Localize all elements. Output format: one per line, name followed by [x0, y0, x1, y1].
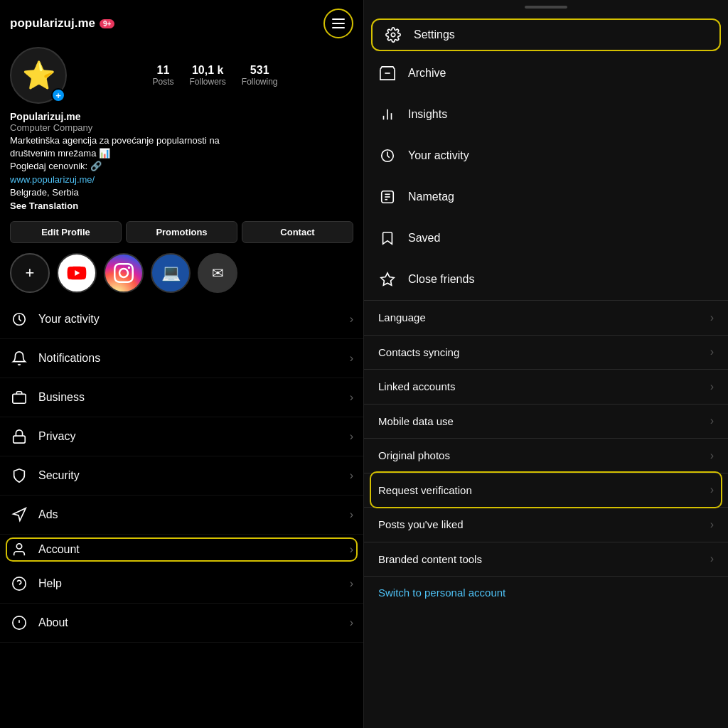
- chevron-icon: ›: [350, 352, 353, 365]
- menu-label-notifications: Notifications: [38, 352, 340, 365]
- blue-icon: 💻: [151, 253, 191, 293]
- close-friends-icon: [378, 270, 397, 289]
- right-menu-insights[interactable]: Insights: [364, 94, 728, 135]
- insights-label: Insights: [408, 108, 714, 121]
- edit-profile-button[interactable]: Edit Profile: [10, 221, 122, 243]
- following-count: 531: [250, 64, 269, 77]
- menu-label-security: Security: [38, 469, 340, 482]
- menu-item-about[interactable]: About ›: [0, 604, 363, 643]
- activity-clock-icon: [378, 146, 397, 165]
- youtube-highlight[interactable]: [57, 253, 97, 293]
- menu-item-account[interactable]: Account ›: [6, 537, 358, 562]
- svg-point-9: [391, 33, 395, 37]
- following-label: Following: [242, 77, 278, 87]
- see-translation[interactable]: See Translation: [10, 200, 353, 211]
- bio-line2: društvenim mrežama 📊: [10, 148, 110, 159]
- chevron-icon: ›: [350, 313, 353, 326]
- instagram-highlight[interactable]: [104, 253, 144, 293]
- linked-accounts-label: Linked accounts: [378, 380, 710, 392]
- add-highlight-item[interactable]: +: [10, 253, 50, 293]
- your-activity-label: Your activity: [408, 149, 714, 162]
- request-verification-label: Request verification: [378, 484, 710, 496]
- bookmark-icon: [378, 229, 397, 247]
- followers-stat[interactable]: 10,1 k Followers: [189, 64, 225, 87]
- bio-category: Computer Company: [10, 122, 353, 133]
- menu-item-your-activity[interactable]: Your activity ›: [0, 300, 363, 339]
- menu-item-security[interactable]: Security ›: [0, 456, 363, 496]
- chevron-icon: ›: [350, 616, 353, 629]
- right-menu-your-activity[interactable]: Your activity: [364, 135, 728, 176]
- business-icon: [10, 388, 28, 407]
- story-highlights-row: + 💻 ✉: [0, 247, 363, 300]
- request-verification-item[interactable]: Request verification ›: [364, 473, 728, 507]
- youtube-icon: [57, 253, 97, 293]
- posts-stat[interactable]: 11 Posts: [152, 64, 173, 87]
- menu-item-ads[interactable]: Ads ›: [0, 496, 363, 535]
- archive-label: Archive: [408, 67, 714, 80]
- svg-point-3: [16, 544, 21, 549]
- menu-item-notifications[interactable]: Notifications ›: [0, 339, 363, 378]
- menu-label-business: Business: [38, 391, 340, 404]
- lock-icon: [10, 427, 28, 446]
- chevron-icon: ›: [350, 543, 353, 556]
- info-icon: [10, 614, 28, 632]
- original-photos-label: Original photos: [378, 449, 710, 461]
- original-photos-item[interactable]: Original photos ›: [364, 439, 728, 473]
- chevron-icon: ›: [710, 449, 714, 462]
- left-menu: Your activity › Notifications › Business…: [0, 300, 363, 728]
- contacts-syncing-item[interactable]: Contacts syncing ›: [364, 335, 728, 369]
- branded-content-label: Branded content tools: [378, 553, 710, 565]
- hamburger-line: [332, 23, 345, 24]
- chevron-icon: ›: [710, 346, 714, 358]
- gear-icon: [384, 26, 402, 44]
- chevron-icon: ›: [710, 414, 714, 427]
- switch-account-link[interactable]: Switch to personal account: [364, 577, 728, 609]
- mobile-data-use-item[interactable]: Mobile data use ›: [364, 404, 728, 438]
- right-menu-archive[interactable]: Archive: [364, 53, 728, 94]
- stats-row: 11 Posts 10,1 k Followers 531 Following: [77, 64, 353, 87]
- linked-accounts-item[interactable]: Linked accounts ›: [364, 370, 728, 404]
- menu-item-help[interactable]: Help ›: [0, 564, 363, 604]
- bio-line1: Marketinška agencija za povećanje popula…: [10, 135, 220, 146]
- chevron-icon: ›: [710, 380, 714, 393]
- svg-rect-1: [13, 394, 26, 403]
- menu-button[interactable]: [323, 9, 353, 38]
- settings-row[interactable]: Settings: [371, 18, 721, 51]
- contacts-syncing-label: Contacts syncing: [378, 346, 710, 358]
- posts-label: Posts: [152, 77, 173, 87]
- posts-count: 11: [157, 64, 170, 77]
- menu-label-your-activity: Your activity: [38, 313, 340, 326]
- gray-highlight[interactable]: ✉: [198, 253, 237, 293]
- posts-liked-label: Posts you've liked: [378, 518, 710, 530]
- branded-content-item[interactable]: Branded content tools ›: [364, 542, 728, 576]
- menu-label-about: About: [38, 616, 340, 629]
- right-menu-nametag[interactable]: Nametag: [364, 176, 728, 218]
- mobile-data-label: Mobile data use: [378, 415, 710, 427]
- svg-rect-2: [14, 436, 26, 443]
- svg-marker-19: [381, 273, 394, 285]
- nametag-icon: [378, 188, 397, 206]
- notification-badge: 9+: [100, 19, 114, 28]
- archive-icon: [378, 64, 397, 82]
- request-verification-wrap: Request verification ›: [364, 473, 728, 507]
- bio-link[interactable]: www.popularizuj.me/: [10, 174, 95, 185]
- language-item[interactable]: Language ›: [364, 301, 728, 335]
- ads-icon: [10, 505, 28, 524]
- posts-liked-item[interactable]: Posts you've liked ›: [364, 508, 728, 542]
- promotions-button[interactable]: Promotions: [126, 221, 237, 243]
- menu-label-help: Help: [38, 577, 340, 590]
- bio-line3: Pogledaj cenovnik: 🔗: [10, 161, 102, 171]
- right-menu-close-friends[interactable]: Close friends: [364, 259, 728, 300]
- right-menu-saved[interactable]: Saved: [364, 218, 728, 259]
- menu-item-privacy[interactable]: Privacy ›: [0, 417, 363, 456]
- bio-section: Popularizuj.me Computer Company Marketin…: [0, 111, 363, 217]
- menu-item-business[interactable]: Business ›: [0, 378, 363, 417]
- add-story-button[interactable]: +: [51, 88, 65, 102]
- close-friends-label: Close friends: [408, 273, 714, 286]
- blue-highlight[interactable]: 💻: [151, 253, 191, 293]
- contact-button[interactable]: Contact: [242, 221, 353, 243]
- profile-info-row: ⭐ + 11 Posts 10,1 k Followers 531 Follow…: [0, 44, 363, 111]
- chevron-icon: ›: [350, 469, 353, 482]
- following-stat[interactable]: 531 Following: [242, 64, 278, 87]
- add-highlight-button[interactable]: +: [10, 253, 50, 293]
